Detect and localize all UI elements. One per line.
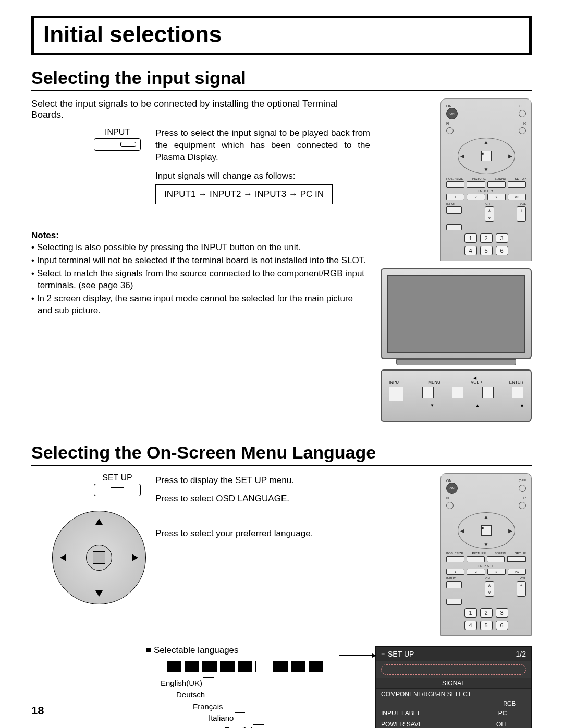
section1-intro: Select the input signals to be connected…	[31, 98, 370, 120]
nav-circle-illustration	[52, 511, 146, 604]
notes-title: Notes:	[31, 230, 370, 241]
osd-signal: SIGNAL	[376, 678, 531, 688]
note-item: In 2 screen display, the same input mode…	[31, 293, 370, 317]
osd-page: 1/2	[516, 650, 526, 658]
note-item: Input terminal will not be selected if t…	[31, 255, 370, 267]
power-on-icon: ON	[446, 108, 458, 119]
dpad-icon: ▲▼◀▶ ■	[458, 138, 515, 174]
osd-title: SET UP	[388, 650, 414, 658]
step1-text: Press to display the SET UP menu.	[155, 473, 313, 487]
tv-illustration: INPUT MENU ◀− VOL + ENTER ▼▲■	[381, 268, 532, 422]
osd-menu: ≡SET UP 1/2 SIGNAL COMPONENT/RGB-IN SELE…	[375, 646, 532, 728]
dpad-icon: ▲▼◀▶ ■	[458, 512, 515, 549]
page-title: Initial selections	[43, 21, 520, 47]
page-title-box: Initial selections	[31, 16, 532, 55]
power-off-icon	[519, 485, 526, 492]
section2-heading: Selecting the On-Screen Menu Language	[31, 442, 532, 466]
input-button-label: INPUT	[94, 128, 141, 137]
remote-illustration-2: ON OFF ON NR ▲▼◀▶ ■ POS. / SIZEPICTURESO…	[440, 473, 532, 636]
input-button-text: Press to select the input signal to be p…	[155, 128, 370, 164]
osd-rgb: RGB	[376, 699, 531, 708]
language-list: English(UK) Deutsch Français Italiano Es…	[146, 677, 365, 728]
step3-text: Press to select your preferred language.	[155, 526, 313, 540]
flow-label: Input signals will change as follows:	[155, 171, 370, 181]
step2-text: Press to select OSD LANGUAGE.	[155, 491, 313, 505]
setup-button-illustration: SET UP	[94, 473, 141, 496]
power-off-icon	[519, 110, 526, 117]
remote-illustration: ON OFF ON NR ▲▼◀▶ ■ POS. / SIZEPICTURESO…	[440, 98, 532, 261]
note-item: Selecting is also possible by pressing t…	[31, 242, 370, 254]
input-flow-box: INPUT1 → INPUT2 → INPUT3 → PC IN	[155, 184, 333, 204]
notes-list: Selecting is also possible by pressing t…	[31, 242, 370, 317]
language-color-boxes	[167, 661, 365, 672]
power-on-icon: ON	[446, 483, 458, 494]
page-number: 18	[31, 704, 44, 718]
leader-arrow-icon	[339, 655, 376, 656]
setup-button-label: SET UP	[94, 473, 141, 483]
section1-heading: Selecting the input signal	[31, 68, 532, 91]
selectable-languages-heading: ■ Selectable languages	[146, 645, 365, 656]
input-button-illustration: INPUT	[94, 128, 141, 151]
note-item: Select to match the signals from the sou…	[31, 268, 370, 292]
